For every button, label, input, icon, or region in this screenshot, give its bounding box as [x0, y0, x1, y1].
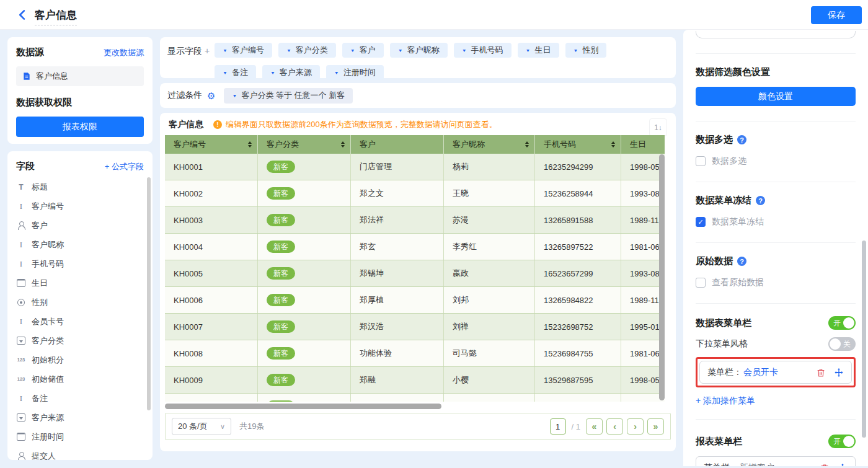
chip-label: 性别 — [582, 45, 598, 56]
table-vertical-scrollbar[interactable] — [659, 154, 665, 400]
save-button[interactable]: 保存 — [811, 6, 862, 24]
pagination-nav-button[interactable]: ‹ — [606, 418, 623, 435]
display-field-chip[interactable]: ▼ 生日 — [518, 43, 559, 58]
display-field-chip[interactable]: ▼ 客户分类 — [278, 43, 336, 58]
field-item[interactable]: 注册时间 — [16, 427, 144, 446]
display-field-chip[interactable]: ▼ 性别 — [565, 43, 607, 58]
table-row[interactable]: KH0009 新客 郑融 小樱 13529687595 1998-05 — [165, 367, 665, 394]
cell-birthday: 1989-11 — [621, 287, 665, 313]
table-header-cell[interactable]: 客户昵称 — [444, 135, 535, 154]
table-menubar-toggle[interactable]: 开 — [828, 316, 856, 330]
sort-arrows-icon[interactable] — [341, 139, 345, 149]
add-action-menu-link[interactable]: + 添加操作菜单 — [696, 395, 856, 407]
table-row[interactable]: KH0003 新客 郑法祥 苏漫 13265891588 1989-11 — [165, 207, 665, 234]
table-row[interactable]: KH0002 新客 郑之文 王晓 15236258944 1993-08 — [165, 180, 665, 207]
table-header-cell[interactable]: 客户编号 — [165, 135, 258, 154]
table-row[interactable]: KH0008 新客 功能体验 司马懿 15236984755 1981-06 — [165, 340, 665, 367]
category-badge: 新客 — [267, 187, 295, 200]
pagination-nav-button[interactable]: « — [586, 418, 603, 435]
raw-data-checkbox[interactable] — [696, 278, 706, 288]
table-header-cell[interactable]: 客户分类 — [258, 135, 351, 154]
table-row[interactable]: KH0006 新客 郑厚植 刘邦 13265984822 1989-11 — [165, 287, 665, 314]
display-field-chip[interactable]: ▼ 客户昵称 — [390, 43, 448, 58]
filter-condition-chip[interactable]: ▼ 客户分类 等于 任意一个 新客 — [224, 88, 353, 104]
table-header-cell[interactable]: 生日 — [621, 135, 665, 154]
chevron-down-icon: ▼ — [223, 48, 228, 53]
table-horizontal-scrollbar[interactable] — [165, 404, 441, 409]
display-field-chip[interactable]: ▼ 注册时间 — [326, 65, 384, 80]
page-size-select[interactable]: 20 条/页 ∨ — [172, 418, 231, 435]
display-field-chip[interactable]: ▼ 客户 — [342, 43, 384, 58]
field-item[interactable]: 性别 — [16, 293, 144, 312]
datasource-item[interactable]: 客户信息 — [16, 66, 144, 86]
field-item[interactable]: 手机号码 — [16, 254, 144, 273]
field-item[interactable]: 提交人 — [16, 446, 144, 460]
table-header-cell[interactable]: 手机号码 — [535, 135, 621, 154]
display-field-chip[interactable]: ▼ 手机号码 — [454, 43, 512, 58]
field-item[interactable]: 会员卡号 — [16, 312, 144, 331]
menu-item-value[interactable]: 会员开卡 — [743, 367, 778, 378]
dropdown-style-toggle[interactable]: 关 — [828, 337, 856, 351]
category-badge: 新客 — [267, 214, 295, 226]
report-permission-button[interactable]: 报表权限 — [16, 117, 144, 137]
document-icon — [22, 72, 31, 81]
table-header-cell[interactable]: 客户 — [351, 135, 444, 154]
move-icon[interactable] — [834, 368, 844, 377]
field-item[interactable]: 客户来源 — [16, 408, 144, 427]
cell-customer: 郑之文 — [351, 180, 444, 206]
cell-customer-id: KH0008 — [165, 340, 258, 366]
field-item[interactable]: 备注 — [16, 389, 144, 408]
change-datasource-link[interactable]: 更改数据源 — [104, 47, 144, 58]
menu-item-value[interactable]: 新增客户 — [740, 462, 774, 467]
table-row[interactable]: KH0005 新客 郑锡坤 嬴政 16523657299 1993-08 — [165, 260, 665, 287]
sort-arrows-icon[interactable] — [248, 139, 252, 149]
cell-birthday: 1989-11 — [621, 207, 665, 233]
move-icon[interactable] — [838, 463, 848, 467]
cell-customer: 郑汉浩 — [351, 314, 444, 340]
help-icon[interactable]: ? — [737, 135, 746, 144]
field-item-label: 初始储值 — [32, 374, 64, 385]
field-item-label: 客户编号 — [32, 201, 64, 212]
field-item[interactable]: 标题 — [16, 177, 144, 196]
sort-arrows-icon[interactable] — [611, 139, 615, 149]
table-row[interactable]: 新客 — [165, 394, 665, 402]
field-item[interactable]: 初始积分 — [16, 350, 144, 369]
trash-icon[interactable] — [816, 368, 826, 377]
pagination-nav-button[interactable]: › — [627, 418, 644, 435]
table-row[interactable]: KH0004 新客 郑玄 李秀红 13265897522 1981-06 — [165, 234, 665, 260]
report-menu-item-row[interactable]: 菜单栏： 新增客户 — [696, 456, 856, 466]
table-menu-item-row[interactable]: 菜单栏： 会员开卡 — [699, 361, 852, 384]
sort-arrows-icon[interactable] — [525, 139, 529, 149]
display-field-chip[interactable]: ▼ 客户编号 — [215, 43, 272, 58]
current-page-input[interactable]: 1 — [550, 418, 566, 435]
field-item[interactable]: 客户昵称 — [16, 235, 144, 254]
display-field-chip[interactable]: ▼ 客户来源 — [262, 65, 320, 80]
help-icon[interactable]: ? — [737, 257, 746, 266]
cell-birthday: 1998-05 — [621, 154, 665, 180]
field-item[interactable]: 客户 — [16, 216, 144, 235]
add-formula-field-link[interactable]: + 公式字段 — [105, 161, 144, 172]
settings-scrollbar[interactable] — [862, 241, 866, 438]
freeze-checkbox[interactable] — [696, 217, 706, 227]
cell-birthday — [621, 394, 665, 402]
sort-order-icon[interactable]: 1↓ — [649, 118, 667, 136]
field-item[interactable]: 生日 — [16, 273, 144, 293]
field-item[interactable]: 初始储值 — [16, 369, 144, 389]
pagination-nav-button[interactable]: » — [647, 418, 664, 435]
field-item[interactable]: 客户分类 — [16, 331, 144, 350]
add-display-field-button[interactable]: + — [205, 46, 210, 56]
fields-scrollbar[interactable] — [147, 177, 151, 410]
back-icon[interactable] — [16, 9, 29, 21]
help-icon[interactable]: ? — [756, 196, 765, 205]
settings-panel: 数据筛选颜色设置 颜色设置 数据多选 ? 数据多选 数据菜单冻结 ? 数据菜单冻… — [683, 30, 868, 466]
table-row[interactable]: KH0001 新客 门店管理 杨莉 16235294299 1998-05 — [165, 154, 665, 180]
field-item[interactable]: 客户编号 — [16, 196, 144, 216]
divider — [696, 121, 856, 121]
trash-icon[interactable] — [820, 463, 830, 467]
display-field-chip[interactable]: ▼ 备注 — [215, 65, 256, 80]
multiselect-checkbox[interactable] — [696, 156, 706, 166]
color-settings-button[interactable]: 颜色设置 — [696, 87, 856, 106]
gear-icon[interactable]: ⚙ — [207, 91, 215, 100]
report-menubar-toggle[interactable]: 开 — [828, 435, 856, 448]
table-row[interactable]: KH0007 新客 郑汉浩 刘禅 15232698752 1995-01 — [165, 314, 665, 340]
